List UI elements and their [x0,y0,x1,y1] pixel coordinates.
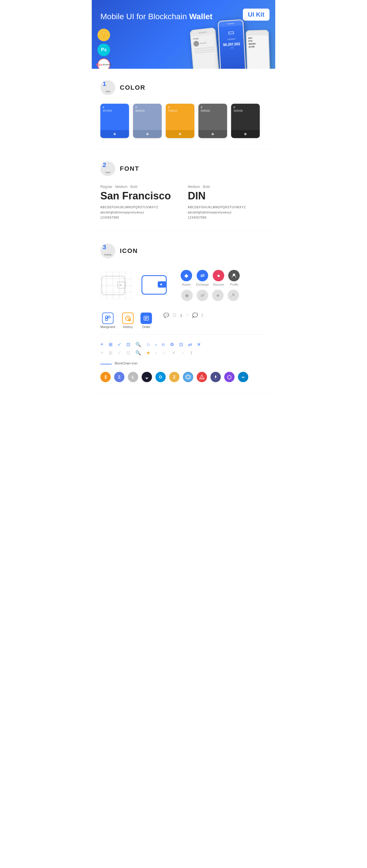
color-section-header: 1 ONE COLOR [101,80,266,95]
dash-icon: D [156,372,166,382]
hero-badges: Ps 60+ Screens [97,29,110,69]
swap-icon[interactable]: ⇄ [188,342,192,347]
star-icon[interactable]: ☆ [146,342,150,347]
phone-mock-1: Profile Account [190,27,220,69]
ark-icon [210,372,221,382]
crypto-icons-row: ₿ Ξ Ł D Z ∞ [101,372,266,382]
search-icon-gray: 🔍 [135,350,141,355]
utility-icons-group: 💬 ☰ ◗ ○ 💭 ℹ [163,313,203,321]
font-title: FONT [120,165,139,173]
ps-badge: Ps [97,43,110,56]
ui-kit-badge: UI Kit [243,9,270,21]
plus-icon-gray: + [101,350,104,356]
info-icon-gray: ℹ [190,350,192,355]
svg-rect-9 [108,316,110,318]
svg-rect-8 [106,316,108,318]
order-label: Order [142,325,150,329]
bitcoin-icon: ₿ [101,372,111,382]
swatch-blue: #3574FA [101,104,129,138]
discover-icon: ● [213,270,224,281]
star-icon-active[interactable]: ★ [146,350,150,355]
settings-icon[interactable]: ⚙ [170,342,174,347]
share-icon[interactable]: ⎋ [162,342,165,347]
wallet-icons-row: ◆ Assets ⇌ Exchange ● Discover [101,267,266,304]
chat-icon: 💬 [163,313,169,318]
swatch-orange: #F5A623 [166,104,194,138]
blackcoin-icon [142,372,152,382]
swatch-dark: #303030 [231,104,260,138]
gridcoin-icon [183,372,193,382]
swatch-gray: #666666 [198,104,227,138]
font-san-francisco: Regular · Medium · Bold San Francisco AB… [101,185,179,220]
plus-icon[interactable]: + [101,341,104,347]
blockchain-label: BlockChain Icon [115,362,138,365]
color-section: 1 ONE COLOR #3574FA #8DA0C8 #F5A623 #666… [92,69,275,150]
mgmt-icons-row: Mangment History [101,313,266,335]
back-icon-gray: ‹ [156,350,157,355]
font-grid: Regular · Medium · Bold San Francisco AB… [101,185,266,220]
svg-marker-17 [186,375,190,379]
exchange-icon-item: ⇌ Exchange [196,270,209,286]
small-icons-active: + ⊞ ✓ ⊡ 🔍 ☆ ‹ ⎋ ⚙ ⊡ ⇄ ✕ + ⊞ ✓ ⊡ 🔍 ★ ‹ ↔ … [101,341,266,356]
font-din: Medium · Bold DIN ABCDEFGHIJKLMNOPQRSTUV… [188,185,266,220]
close-icon[interactable]: ✕ [197,342,201,347]
doc-icon-gray: ⊞ [109,350,112,355]
avax-icon [197,372,207,382]
litecoin-icon: Ł [128,372,138,382]
qr-icon-gray: ⊡ [126,350,130,355]
assets-label: Assets [182,283,191,286]
section-number-2: 2 TWO [101,161,115,176]
info-icon: ℹ [201,313,203,318]
icon-title: ICON [120,247,138,255]
back-icon[interactable]: ‹ [156,342,157,347]
sf-lowercase: abcdefghijklmnopqrstuvwxyz [101,210,179,215]
svg-point-5 [160,284,162,285]
section-number-3: 3 THREE [101,244,115,258]
share-icon-gray: ↔ [162,350,167,355]
font-section-header: 2 TWO FONT [101,161,266,176]
history-label: History [123,325,133,329]
hero-section: Mobile UI for Blockchain Wallet UI Kit P… [92,0,275,69]
forward-icon-gray: → [181,350,185,355]
search-icon[interactable]: 🔍 [135,342,141,347]
svg-marker-19 [228,375,231,379]
exchange-icon-gray: ⇌ [197,290,208,301]
blockchain-divider: BlockChain Icon [101,362,266,368]
management-icon [102,313,114,324]
screens-badge: 60+ Screens [97,58,110,69]
matic-icon [224,372,234,382]
management-icon-item: Mangment [101,313,115,329]
history-icon [122,313,134,324]
phone-mock-2: ▭ myWallet $6,297,502 .12 [218,19,246,69]
upload-icon[interactable]: ⊡ [179,342,183,347]
sf-uppercase: ABCDEFGHIJKLMNOPQRSTUVWXYZ [101,205,179,210]
profile-icon [228,270,240,281]
bubble-icon: 💭 [192,313,198,318]
din-numbers: 1234567890 [188,215,266,220]
svg-marker-18 [187,376,190,378]
svg-rect-1 [117,282,125,288]
swatch-gray-blue: #8DA0C8 [133,104,162,138]
profile-icon-item: Profile [228,270,240,286]
assets-icon-gray: ◆ [181,290,193,301]
close-icon-gray: ✕ [172,350,175,355]
wallet-icon-outline [101,272,132,299]
order-icon-item: Order [140,313,152,329]
svg-rect-10 [106,318,108,320]
discover-icon-item: ● Discover [213,270,224,286]
svg-rect-0 [102,276,125,295]
sketch-badge [97,29,110,41]
skycoin-icon: ∞ [238,372,248,382]
sf-name: San Francisco [101,190,179,202]
assets-icon: ◆ [181,270,192,281]
qr-icon[interactable]: ⊡ [126,342,130,347]
check-icon[interactable]: ✓ [117,342,121,347]
circle-icon: ○ [186,313,189,318]
din-lowercase: abcdefghijklmnopqrstuvwxyz [188,210,266,215]
assets-icon-item: ◆ Assets [181,270,192,286]
check-icon-gray: ✓ [117,350,121,355]
zcash-icon: Z [169,372,179,382]
doc-icon[interactable]: ⊞ [109,342,112,347]
blockchain-divider-line [101,364,112,364]
color-title: COLOR [120,84,145,91]
